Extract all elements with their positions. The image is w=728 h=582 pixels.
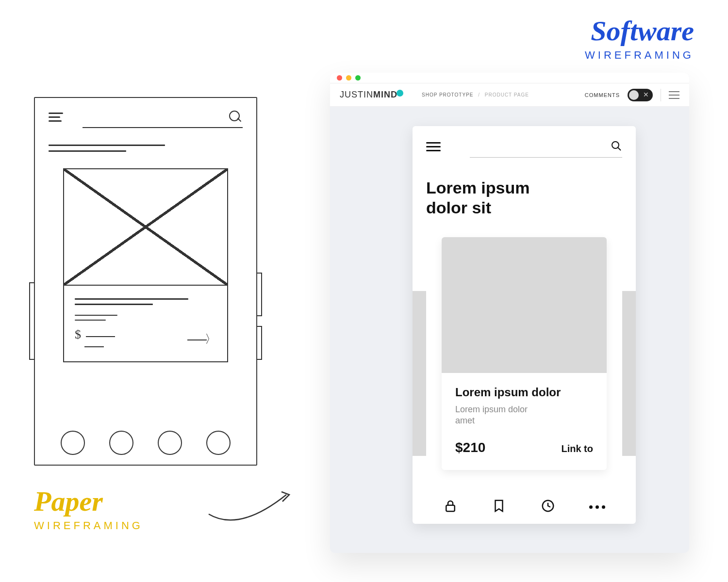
breadcrumb-root[interactable]: SHOP PROTOTYPE <box>422 92 473 97</box>
paper-label-title: Paper <box>34 485 143 517</box>
paper-side-nub-right-2 <box>256 326 262 360</box>
toolbar-divider <box>661 89 661 101</box>
paper-card: $ 〉 <box>63 168 228 362</box>
paper-price-symbol: $ <box>75 327 81 341</box>
bottom-nav <box>426 499 622 515</box>
search-icon <box>228 110 243 124</box>
product-subtitle: Lorem ipsum dolor amet <box>455 404 533 427</box>
page-title: Lorem ipsum dolor sit <box>426 178 572 218</box>
hamburger-icon <box>49 110 63 124</box>
product-card[interactable]: Lorem ipsum dolor Lorem ipsum dolor amet… <box>442 237 607 470</box>
bookmark-icon[interactable] <box>492 499 506 515</box>
app-toolbar: JUSTINMIND SHOP PROTOTYPE / PRODUCT PAGE… <box>330 83 689 107</box>
software-label-title: Software <box>585 15 694 47</box>
window-minimize-icon[interactable] <box>346 75 351 81</box>
paper-image-placeholder <box>64 169 227 286</box>
breadcrumb: SHOP PROTOTYPE / PRODUCT PAGE <box>422 92 529 97</box>
clock-icon[interactable] <box>541 499 555 515</box>
product-title: Lorem ipsum dolor <box>455 386 593 399</box>
paper-wireframe: $ 〉 <box>34 97 257 466</box>
svg-point-0 <box>612 142 619 148</box>
lock-icon[interactable] <box>443 499 458 515</box>
window-zoom-icon[interactable] <box>355 75 361 81</box>
paper-bottom-nav <box>49 431 243 455</box>
paper-search-underline <box>83 127 243 128</box>
card-peek-right <box>622 291 636 456</box>
comments-toggle[interactable]: ✕ <box>628 89 653 101</box>
paper-phone-frame: $ 〉 <box>34 97 257 466</box>
brand-dot-icon <box>397 90 403 97</box>
svg-line-1 <box>618 147 621 150</box>
paper-title-lines <box>49 145 243 152</box>
close-icon: ✕ <box>643 91 649 98</box>
window-close-icon[interactable] <box>337 75 342 81</box>
paper-label-sub: WIREFRAMING <box>34 519 143 532</box>
paper-label: Paper WIREFRAMING <box>34 485 143 532</box>
breadcrumb-current: PRODUCT PAGE <box>485 92 529 97</box>
menu-icon[interactable] <box>669 89 679 101</box>
paper-side-nub-left <box>29 282 35 360</box>
comments-label: COMMENTS <box>585 92 620 98</box>
svg-rect-2 <box>446 505 455 512</box>
paper-side-nub-right-1 <box>256 273 262 316</box>
paper-link-arrow-icon: 〉 <box>187 331 216 347</box>
brand-bold: MIND <box>373 90 397 99</box>
more-icon[interactable] <box>589 505 605 509</box>
product-price: $210 <box>455 440 485 455</box>
search-input[interactable] <box>470 140 622 154</box>
product-link[interactable]: Link to <box>561 443 593 454</box>
transition-arrow-icon <box>204 485 296 524</box>
software-label: Software WIREFRAMING <box>585 15 694 62</box>
app-window: JUSTINMIND SHOP PROTOTYPE / PRODUCT PAGE… <box>330 73 689 553</box>
brand-logo: JUSTINMIND <box>340 90 403 100</box>
card-peek-left <box>413 291 426 456</box>
software-label-sub: WIREFRAMING <box>585 49 694 62</box>
product-image-placeholder <box>442 237 607 373</box>
brand-light: JUSTIN <box>340 90 373 99</box>
phone-prototype: Lorem ipsum dolor sit Lorem ipsum dolor … <box>413 126 636 524</box>
mac-titlebar <box>330 73 689 83</box>
search-icon <box>611 140 622 154</box>
hamburger-icon[interactable] <box>426 140 441 154</box>
